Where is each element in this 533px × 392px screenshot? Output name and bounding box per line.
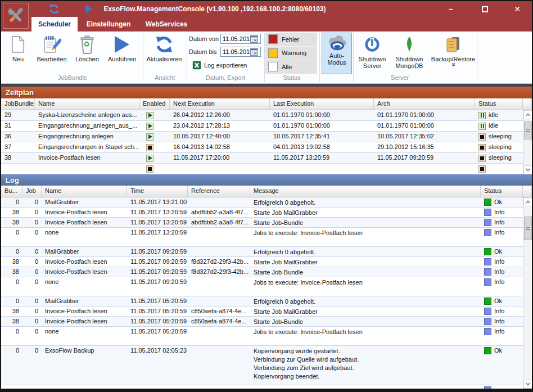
column-header-cell[interactable]: Last Execution [270,98,374,110]
bearbeiten-button[interactable]: Bearbeiten [34,33,70,73]
cell-status: sleeping [475,132,523,142]
cell-job: 0 [22,257,42,267]
shutdown-server-button[interactable]: Shutdown Server [355,33,389,73]
zeitplan-row[interactable]: 29Syska-Lizenzscheine anlegen aus...26.0… [1,110,532,121]
status-text: sleeping [489,133,512,139]
info-status-icon [484,328,491,335]
column-header-cell[interactable]: Status [475,98,523,110]
shutdown-mongodb-button[interactable]: Shutdown MongoDB [391,33,427,73]
log-row[interactable]: 00none11.05.2017 05:20:59Jobs to execute… [1,327,532,346]
scroll-up-button[interactable] [523,110,532,119]
cell-bundle: 0 [1,197,22,207]
scroll-down-button[interactable] [523,165,532,174]
play-icon [85,4,93,13]
status-filter-alle[interactable]: Alle [265,60,317,74]
tab-einstellungen[interactable]: Einstellungen [81,17,136,31]
cell-bundle: 0 [1,277,22,296]
log-row[interactable]: 380Invoice-Postfach lesen11.05.2017 05:2… [1,317,532,327]
aktualisieren-button[interactable]: Aktualisieren [144,33,184,73]
quick-run-button[interactable] [83,4,94,14]
scrollbar-thumb[interactable] [524,121,532,139]
backup-restore-button[interactable]: Backup/Restore « [430,33,477,73]
log-row[interactable]: 00none11.05.2017 13:20:59Jobs to execute… [1,228,532,247]
column-header-cell[interactable]: Next Execution [170,98,270,110]
button-label: Log exportieren [204,62,247,69]
datum-von-input[interactable] [221,35,250,42]
cell-time: 11.05.2017 13:20:59 [127,228,188,246]
auto-modus-toggle[interactable]: Auto- Modus [322,33,352,74]
ausfuehren-button[interactable]: Ausführen [105,33,139,73]
cell-message: Kopiervorgang wurde gestartet.Verbindung… [250,346,481,385]
neu-button[interactable]: Neu [4,33,31,73]
log-row[interactable]: 00MailGrabber11.05.2017 05:20:59Erfolgre… [1,296,532,307]
log-row[interactable]: 00none11.05.2017 09:20:59Jobs to execute… [1,277,532,296]
log-row[interactable]: 380Invoice-Postfach lesen11.05.2017 13:2… [1,208,532,218]
column-header-cell[interactable]: Message [250,186,481,197]
status-filter-fehler[interactable]: Fehler [265,33,317,47]
excel-icon [192,61,201,70]
quick-refresh-button[interactable] [48,4,60,14]
status-text: Info [494,308,504,314]
log-row[interactable]: 380Invoice-Postfach lesen11.05.2017 09:2… [1,257,532,267]
log-row[interactable]: 00ExsoFlow Backup11.05.2017 02:05:23Kopi… [1,346,532,385]
scroll-up-button[interactable] [523,197,532,206]
column-header-cell[interactable]: JobBundle [1,98,35,110]
app-icon[interactable] [3,3,29,29]
column-header-cell[interactable]: Enabled [139,98,170,110]
datum-bis-input[interactable] [221,48,250,55]
column-header-cell[interactable]: Name [42,186,127,197]
cell-arch [374,164,475,174]
log-exportieren-button[interactable]: Log exportieren [192,61,247,70]
datum-bis-field[interactable] [220,47,261,57]
loeschen-button[interactable]: ♻ Löschen [72,33,102,73]
close-button[interactable]: ✕ [505,1,530,17]
cell-status: idle [475,110,523,120]
tab-scheduler[interactable]: Scheduler [31,17,78,31]
scroll-down-button[interactable] [523,380,532,389]
log-row[interactable]: 00MailGrabber11.05.2017 13:21:00Erfolgre… [1,197,532,208]
log-row[interactable]: 380Invoice-Postfach lesen11.05.2017 09:2… [1,267,532,277]
group-label-datum-export: Datum, Export [187,74,264,83]
log-column-header: Bu...JobNameTimeReferenceMessageStatus [1,186,532,197]
zeitplan-row[interactable]: 37Eingangsrechnungen in Stapel sch...16.… [1,142,532,153]
info-status-icon [484,209,491,216]
cell-job: 0 [22,307,42,316]
cell-job: 0 [22,208,42,217]
zeitplan-row[interactable] [1,164,532,174]
cell-bundle: 38 [1,307,22,316]
minimize-button[interactable]: – [439,1,463,17]
zeitplan-row[interactable]: 36Eingangsrechnung anlegen10.05.2017 12:… [1,132,532,142]
calendar-icon[interactable] [250,48,258,56]
zeitplan-section-header: Zeitplan [1,87,532,98]
zeitplan-row[interactable]: 31Eingangsrechnung_anlegen_aus_...23.04.… [1,121,532,132]
message-line: Erfolgreich 0 abgeholt. [254,248,315,256]
status-filter-warnung[interactable]: Warnung [265,47,317,61]
info-status-icon [484,229,491,236]
column-header-cell[interactable]: Name [35,98,139,110]
cell-status: sleeping [475,142,523,152]
log-row[interactable]: 380Invoice-Postfach lesen11.05.2017 13:2… [1,218,532,228]
column-header-cell[interactable]: Job [22,186,42,197]
cell-reference [188,247,250,256]
column-header-cell[interactable]: Arch [374,98,475,110]
maximize-button[interactable] [472,1,497,17]
column-header-cell[interactable]: Time [127,186,188,197]
column-header-cell[interactable]: Status [481,186,523,197]
datum-von-field[interactable] [220,34,261,44]
cell-status: Ok [481,296,523,306]
cell-jobbundle: 36 [1,132,35,142]
tab-webservices[interactable]: WebServices [139,17,193,31]
calendar-icon[interactable] [250,35,258,43]
log-row[interactable]: 380Invoice-Postfach lesen11.05.2017 05:2… [1,307,532,317]
datum-von-label: Datum von [189,35,219,42]
cell-name: Syska-Lizenzscheine anlegen aus... [35,110,139,120]
zeitplan-row[interactable]: 38Invoice-Postfach lesen11.05.2017 17:20… [1,153,532,164]
cell-bundle: 38 [1,267,22,277]
column-header-cell[interactable]: Bu... [1,186,22,197]
log-scrollbar[interactable] [523,197,532,389]
scrollbar-thumb[interactable] [524,217,532,240]
column-header-cell[interactable]: Reference [188,186,250,197]
cell-job: 0 [22,197,42,207]
log-row[interactable]: 00MailGrabber11.05.2017 09:20:59Erfolgre… [1,247,532,257]
zeitplan-scrollbar[interactable] [523,110,532,174]
